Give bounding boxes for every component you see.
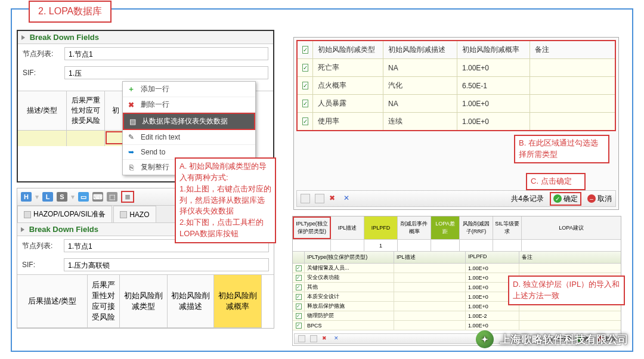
ipl-desc xyxy=(394,311,466,320)
ipl-pfd: 1.00E+0 xyxy=(466,321,519,330)
node-label-2: 节点列表: xyxy=(22,241,64,251)
menu-delete-row[interactable]: ✖ 删除一行 xyxy=(123,97,255,113)
ipl-head-gap: LOPA差距 xyxy=(431,216,460,239)
breakdown-header[interactable]: Break Down Fields xyxy=(18,31,273,44)
checkbox-row[interactable]: ✓ xyxy=(296,323,302,329)
tools-icon[interactable]: ✕ xyxy=(334,335,341,342)
head-type: 初始风险削减类型 xyxy=(313,41,383,58)
delete-icon: ✖ xyxy=(126,100,136,110)
edit-icon: ✎ xyxy=(126,132,136,142)
menu-add-row[interactable]: ＋ 添加一行 xyxy=(123,82,255,97)
document-icon xyxy=(120,211,127,218)
cell-desc[interactable] xyxy=(18,131,67,146)
ipl-name: 释放后保护措施 xyxy=(305,302,394,311)
checkbox-row[interactable]: ✓ xyxy=(302,100,308,107)
sif-label-2: SIF: xyxy=(22,261,64,269)
delete-icon[interactable]: ✖ xyxy=(322,335,329,342)
toolbar-keyboard-icon[interactable]: ⌨ xyxy=(92,192,103,202)
checkbox-row[interactable]: ✓ xyxy=(302,117,308,125)
checkbox-row[interactable]: ✓ xyxy=(296,265,302,271)
toolbar-l-icon[interactable]: L xyxy=(42,192,53,202)
cancel-label: 取消 xyxy=(597,194,612,204)
toolbar-s-icon[interactable]: S xyxy=(57,192,67,202)
cell-desc: NA xyxy=(383,95,457,112)
checkbox-all[interactable]: ✓ xyxy=(302,46,308,54)
ok-button[interactable]: ✓ 确定 xyxy=(550,192,581,206)
ipl-row2-c1[interactable] xyxy=(331,240,364,252)
ipl-row2-c7[interactable] xyxy=(522,240,621,252)
record-count: 共4条记录 xyxy=(511,194,544,204)
annotation-b: B. 在此区域通过勾选选择所需类型 xyxy=(514,135,609,163)
delete-icon[interactable]: ✖ xyxy=(329,194,339,203)
checkbox-row[interactable]: ✓ xyxy=(296,275,302,281)
ipl-desc xyxy=(394,273,466,282)
ipl-row[interactable]: ✓物理防护层1.00E-2 xyxy=(293,311,621,321)
annotation-d: D. 独立保护层（IPL）的导入和上述方法一致 xyxy=(508,276,625,305)
tab2-label: HAZO xyxy=(129,211,149,219)
tab-hazop[interactable]: HAZO xyxy=(113,206,156,222)
toolbar-h-icon[interactable]: H xyxy=(21,192,32,202)
ipl-name: 关键报警及人员... xyxy=(305,264,394,273)
checkbox-row[interactable]: ✓ xyxy=(296,284,302,290)
sif-value-2[interactable]: 1.压力高联锁 xyxy=(64,258,269,271)
checkbox-row[interactable]: ✓ xyxy=(302,82,308,89)
ipl-head-type: IPLType(独立保护层类型) xyxy=(293,216,331,239)
tab1-label: HAZOP/LOPA/SIL准备 xyxy=(33,209,106,219)
col-severity-risk: 后果严重性对应可接受风险 xyxy=(88,275,120,328)
ipl-desc xyxy=(394,264,466,273)
head-note: 备注 xyxy=(530,41,615,58)
col-desc-type: 描述/类型 xyxy=(18,91,67,131)
checkbox-row[interactable]: ✓ xyxy=(296,313,302,319)
cell-note xyxy=(530,59,615,76)
menu-select-from-db[interactable]: ▤ 从数据库选择仪表失效数据 xyxy=(123,113,255,130)
toolbar-lopa-db-button[interactable]: ≣ xyxy=(121,191,134,203)
cell-desc: NA xyxy=(383,59,457,76)
cell-severity[interactable] xyxy=(67,131,105,146)
checkbox-row[interactable]: ✓ xyxy=(296,304,302,310)
col-severity: 后果严重性对应可接受风险 xyxy=(67,91,105,131)
copy-icon[interactable] xyxy=(310,335,317,342)
cell-desc: 汽化 xyxy=(383,77,457,94)
node-value[interactable]: 1.节点1 xyxy=(64,47,268,60)
checkbox-row[interactable]: ✓ xyxy=(302,64,308,72)
breakdown-label: Break Down Fields xyxy=(30,33,99,42)
ipl-desc xyxy=(394,321,466,330)
sif-label: SIF: xyxy=(23,69,64,77)
document-icon xyxy=(24,211,31,218)
toolbar-folder-icon[interactable]: ▭ xyxy=(78,192,89,202)
cell-type: 点火概率 xyxy=(313,77,383,94)
ipl-row2-c5[interactable] xyxy=(460,240,493,252)
tab-hazop-lopa-sil[interactable]: HAZOP/LOPA/SIL准备 xyxy=(17,206,112,222)
menu-edit-rich-text[interactable]: ✎ Edit rich text xyxy=(123,130,255,145)
ipl-row2-c4[interactable] xyxy=(431,240,460,252)
tools-icon[interactable]: ✕ xyxy=(343,194,353,203)
ipl-row2-c0[interactable] xyxy=(293,240,331,252)
selected-cell-highlight xyxy=(106,131,123,144)
ipl-name: 物理防护层 xyxy=(305,311,394,320)
col-irr-desc: 初始风险削减描述 xyxy=(168,275,214,328)
copy-icon[interactable] xyxy=(315,194,324,203)
ipl-row2-c2[interactable]: 1 xyxy=(364,240,398,252)
toolbar-paste-icon[interactable]: ⬚ xyxy=(107,192,117,202)
ipl-row[interactable]: ✓BPCS1.00E+0 xyxy=(293,321,621,330)
sif-value[interactable]: 1.压 xyxy=(64,66,268,79)
col-irr-type: 初始风险削减类型 xyxy=(120,275,168,328)
ipl-desc xyxy=(394,302,466,311)
collapse-icon xyxy=(21,35,25,40)
col-consequence: 后果描述/类型 xyxy=(17,275,88,328)
ipl-row2-c6[interactable] xyxy=(493,240,522,252)
cancel-button[interactable]: – 取消 xyxy=(587,194,612,204)
plus-icon: ＋ xyxy=(126,85,136,94)
ipl-row[interactable]: ✓关键报警及人员...1.00E+0 xyxy=(293,264,621,273)
new-icon[interactable] xyxy=(301,194,310,203)
ipl-row2-c3[interactable] xyxy=(398,240,431,252)
ok-icon: ✓ xyxy=(553,194,562,203)
new-icon[interactable] xyxy=(298,335,305,342)
sub-chk-head xyxy=(293,252,305,263)
node-label: 节点列表: xyxy=(23,49,64,59)
cell-prob: 1.00E+0 xyxy=(457,113,530,130)
cell-type: 人员暴露 xyxy=(313,95,383,112)
checkbox-row[interactable]: ✓ xyxy=(296,294,302,300)
ipl-head-after: 削减后事件概率 xyxy=(398,216,431,239)
ipl-note xyxy=(519,321,621,330)
